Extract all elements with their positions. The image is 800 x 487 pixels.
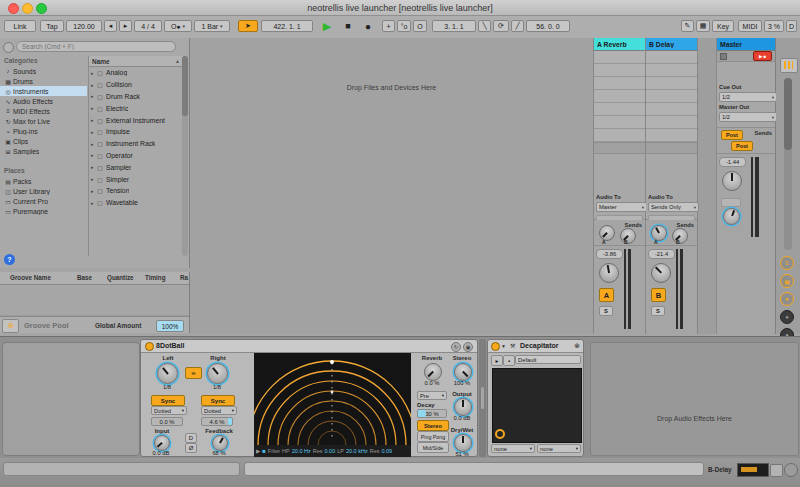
global-amount-value[interactable]: 100%	[156, 320, 184, 332]
sidebar-item-puremagne[interactable]: ▭Puremagne	[0, 206, 87, 216]
nudge-up-button[interactable]: ▸	[119, 20, 132, 32]
left-division-dropdown[interactable]: Dotted▾	[151, 406, 187, 415]
crossfade-box[interactable]	[721, 198, 741, 207]
browser-item-simpler[interactable]: ▸▢Simpler	[89, 173, 183, 185]
wrench-icon[interactable]: ⚒	[510, 342, 515, 349]
loop-start-field[interactable]: 3. 1. 1	[432, 20, 476, 32]
tap-tempo-button[interactable]: Tap	[40, 20, 64, 32]
feedback-knob[interactable]	[212, 435, 228, 451]
post-button-a[interactable]: Post	[721, 130, 743, 140]
arrangement-position-field[interactable]: 422. 1. 1	[261, 20, 313, 32]
search-input[interactable]	[16, 41, 176, 52]
show-mixer-toggle[interactable]: ●	[780, 310, 794, 324]
echo-tunnel-display[interactable]: ▶ ■ Filter HP 20.0 Hz Res 0.00 LP 20.0 k…	[254, 353, 411, 457]
close-window-button[interactable]	[8, 3, 19, 14]
draw-mode-button[interactable]: ✎	[681, 20, 694, 32]
loop-button[interactable]: ⟳	[493, 20, 509, 32]
return-b-header[interactable]: B Delay	[646, 38, 697, 51]
send-b-knob[interactable]	[620, 228, 636, 244]
input-gain-value[interactable]: 0.0 dB	[145, 450, 177, 456]
preset-save-icon[interactable]: ▪	[503, 355, 515, 366]
return-volume-knob[interactable]	[651, 263, 671, 283]
filter-toggle-icon[interactable]: ■	[262, 448, 266, 454]
sidebar-item-packs[interactable]: ▤Packs	[0, 176, 87, 186]
right-sync-button[interactable]: Sync	[201, 395, 235, 406]
browser-item-wavetable[interactable]: ▸▢Wavetable	[89, 197, 183, 209]
left-delay-value[interactable]: 1/8	[151, 384, 183, 390]
tempo-field[interactable]: 120.00	[66, 20, 102, 32]
send-b-knob[interactable]	[672, 228, 688, 244]
sidebar-item-instruments[interactable]: ◎Instruments	[0, 86, 87, 96]
overdub-button[interactable]: +	[382, 20, 395, 32]
stereo-width-value[interactable]: 100 %	[447, 380, 477, 386]
output-gain-knob[interactable]	[454, 398, 472, 416]
midi-map-button[interactable]: MIDI	[738, 20, 762, 32]
browser-item-impulse[interactable]: ▸▢Impulse	[89, 126, 183, 138]
left-delay-knob[interactable]	[157, 363, 178, 384]
maximize-window-button[interactable]	[36, 3, 47, 14]
param-dropdown-1[interactable]: none▾	[491, 444, 535, 453]
browser-item-sampler[interactable]: ▸▢Sampler	[89, 161, 183, 173]
sidebar-item-clips[interactable]: ▣Clips	[0, 136, 87, 146]
mini-toggle-box[interactable]	[770, 464, 783, 477]
browser-item-drum-rack[interactable]: ▸▢Drum Rack	[89, 91, 183, 103]
browser-item-tension[interactable]: ▸▢Tension	[89, 185, 183, 197]
ping-pong-button[interactable]: Ping Pong	[417, 431, 449, 442]
metronome-button[interactable]: O●▾	[164, 20, 192, 32]
filter-play-icon[interactable]: ▶	[256, 448, 260, 454]
feedback-value[interactable]: 68 %	[203, 450, 235, 456]
ducking-button[interactable]: D	[185, 433, 197, 443]
volume-value[interactable]: -3.86	[596, 249, 623, 259]
stereo-link-button[interactable]: ∞	[185, 367, 202, 379]
reverb-value[interactable]: 0.0 %	[417, 380, 447, 386]
browser-collapse-icon[interactable]	[3, 42, 14, 53]
dry-wet-value[interactable]: 51 %	[447, 451, 477, 457]
status-circle-icon[interactable]	[784, 463, 798, 477]
return-a-header[interactable]: A Reverb	[594, 38, 645, 51]
stop-button[interactable]: ■	[340, 20, 356, 32]
left-sync-button[interactable]: Sync	[151, 395, 185, 406]
input-gain-knob[interactable]	[154, 435, 170, 451]
solo-button[interactable]: S	[651, 306, 665, 316]
keyboard-icon[interactable]: ▦	[696, 20, 710, 32]
browser-item-external-instrument[interactable]: ▸▢External Instrument	[89, 114, 183, 126]
stereo-width-knob[interactable]	[454, 363, 472, 381]
quantization-menu[interactable]: 1 Bar▾	[194, 20, 230, 32]
link-button[interactable]: Link	[4, 20, 36, 32]
dry-wet-knob[interactable]	[454, 434, 472, 452]
automation-arm-button[interactable]: °o	[397, 20, 411, 32]
sidebar-item-sounds[interactable]: ♪Sounds	[0, 66, 87, 76]
hp-value[interactable]: 20.0 Hz	[292, 448, 311, 454]
browser-item-instrument-rack[interactable]: ▸▢Instrument Rack	[89, 138, 183, 150]
reverb-knob[interactable]	[424, 363, 442, 381]
echo-filter-bar[interactable]: ▶ ■ Filter HP 20.0 Hz Res 0.00 LP 20.0 k…	[254, 445, 411, 457]
res-value[interactable]: 0.00	[324, 448, 335, 454]
sidebar-item-samples[interactable]: ⊞Samples	[0, 146, 87, 156]
device-mini-display[interactable]	[737, 463, 769, 477]
cue-out-dropdown[interactable]: 1/2▾	[719, 92, 777, 102]
return-activator[interactable]: A	[599, 288, 614, 302]
preset-name-field[interactable]: Default	[515, 355, 581, 364]
res-value[interactable]: 0.09	[381, 448, 392, 454]
help-icon[interactable]: ?	[4, 254, 15, 265]
overview-toggle-button[interactable]	[780, 58, 798, 73]
scrollbar-thumb[interactable]	[784, 78, 792, 150]
return-activator[interactable]: B	[651, 288, 666, 302]
browser-item-electric[interactable]: ▸▢Electric	[89, 102, 183, 114]
sidebar-item-max-for-live[interactable]: ↻Max for Live	[0, 116, 87, 126]
follow-button[interactable]: ➤	[238, 20, 258, 32]
punch-in-button[interactable]: ╲	[478, 20, 491, 32]
play-button[interactable]: ▶	[318, 20, 336, 32]
param-dropdown-2[interactable]: none▾	[537, 444, 581, 453]
return-volume-knob[interactable]	[599, 263, 619, 283]
show-sends-toggle[interactable]: ▦	[780, 274, 794, 288]
audio-effects-drop-area[interactable]: Drop Audio Effects Here	[590, 342, 799, 456]
post-button-b[interactable]: Post	[731, 141, 753, 151]
groove-pool-icon[interactable]: ≋	[2, 319, 19, 333]
right-offset-value[interactable]: 4.6 %	[201, 417, 233, 426]
punch-out-button[interactable]: ╱	[511, 20, 524, 32]
record-button[interactable]: ●	[360, 20, 376, 32]
plugin-param-dot[interactable]	[495, 429, 505, 439]
device-on-led[interactable]	[145, 342, 154, 351]
browser-item-operator[interactable]: ▸▢Operator	[89, 150, 183, 162]
